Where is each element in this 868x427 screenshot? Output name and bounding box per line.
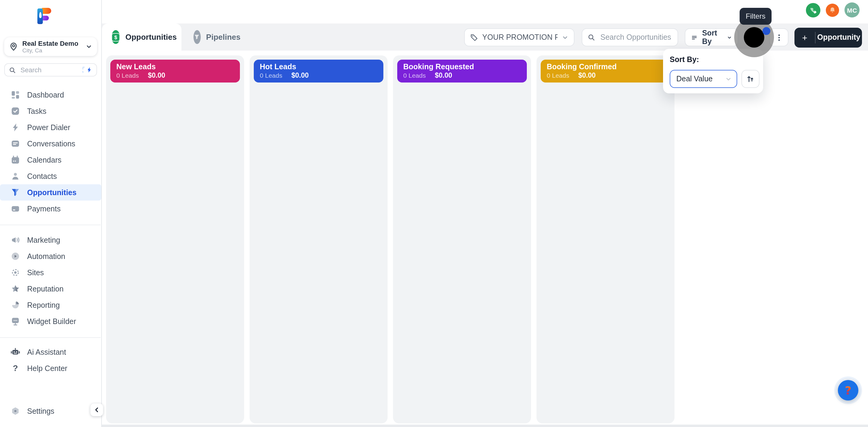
avatar-initials: MC <box>847 6 857 13</box>
sidebar-search[interactable] <box>4 63 97 76</box>
tab-label: Opportunities <box>125 33 177 41</box>
star-icon <box>11 284 20 293</box>
sidebar-item-label: Ai Assistant <box>27 348 66 356</box>
sidebar-item-calendars[interactable]: Calendars <box>0 152 101 168</box>
tab-pipelines[interactable]: Pipelines <box>184 24 250 51</box>
sidebar-item-label: Contacts <box>27 172 57 180</box>
sidebar-item-conversations[interactable]: Conversations <box>0 135 101 152</box>
column-leads-count: 0 Leads <box>403 72 426 79</box>
sidebar-item-help-center[interactable]: ? Help Center <box>0 360 101 376</box>
column-amount: $0.00 <box>435 72 453 79</box>
sidebar-item-payments[interactable]: Payments <box>0 201 101 217</box>
tag-icon <box>470 33 478 41</box>
sidebar-nav-tools: Marketing Automation Sites Reputation Re… <box>0 232 101 329</box>
sidebar-item-power-dialer[interactable]: Power Dialer <box>0 119 101 135</box>
kanban-column-booking-confirmed[interactable]: Booking Confirmed 0 Leads $0.00 <box>536 56 675 423</box>
chevron-left-icon <box>94 407 99 413</box>
sidebar-item-dashboard[interactable]: Dashboard <box>0 87 101 103</box>
sort-ascending-icon <box>746 75 755 83</box>
quick-actions-bolt-icon[interactable] <box>82 66 92 73</box>
kanban-column-new-leads[interactable]: New Leads 0 Leads $0.00 <box>106 56 244 423</box>
column-leads-count: 0 Leads <box>260 72 282 79</box>
sidebar-item-reporting[interactable]: Reporting <box>0 297 101 313</box>
horizontal-scrollbar[interactable] <box>101 425 868 427</box>
sidebar-item-opportunities[interactable]: Opportunities <box>0 184 101 201</box>
sidebar-item-label: Calendars <box>27 156 61 164</box>
sort-by-button[interactable]: Sort By <box>685 28 738 46</box>
person-icon <box>11 172 20 181</box>
widget-icon <box>11 317 20 326</box>
kanban-column-hot-leads[interactable]: Hot Leads 0 Leads $0.00 <box>250 56 388 423</box>
sidebar-item-label: Power Dialer <box>27 123 70 132</box>
sidebar-item-settings[interactable]: Settings <box>0 403 101 419</box>
sidebar-item-tasks[interactable]: Tasks <box>0 103 101 119</box>
sidebar: Real Estate Demo City, Ca Dashboard <box>0 0 102 427</box>
notifications-button[interactable] <box>826 4 839 17</box>
funnel-icon <box>11 188 20 197</box>
opportunity-search[interactable] <box>582 28 678 46</box>
location-sub: City, Ca <box>22 47 82 54</box>
sidebar-search-input[interactable] <box>19 66 79 74</box>
phone-button[interactable] <box>806 3 820 18</box>
opportunity-search-input[interactable] <box>599 33 672 42</box>
sort-lines-icon <box>691 33 697 41</box>
help-button[interactable]: ? <box>838 380 858 400</box>
help-question-icon: ? <box>845 384 851 397</box>
sidebar-divider <box>0 225 101 225</box>
sidebar-item-ai-assistant[interactable]: Ai Assistant <box>0 344 101 360</box>
sidebar-item-label: Settings <box>27 407 54 415</box>
chat-icon <box>11 139 20 148</box>
sidebar-item-label: Sites <box>27 268 44 277</box>
column-title: Booking Requested <box>403 63 521 72</box>
sidebar-item-reputation[interactable]: Reputation <box>0 281 101 297</box>
chevron-down-icon <box>562 34 568 41</box>
sidebar-collapse-button[interactable] <box>90 403 103 416</box>
add-opportunity-button[interactable]: + Opportunity <box>795 27 862 47</box>
column-header[interactable]: Hot Leads 0 Leads $0.00 <box>254 60 383 83</box>
funnel-icon <box>193 30 201 44</box>
location-name: Real Estate Demo <box>22 40 82 47</box>
sidebar-item-label: Reputation <box>27 285 64 293</box>
column-header[interactable]: Booking Requested 0 Leads $0.00 <box>397 60 527 83</box>
column-header[interactable]: New Leads 0 Leads $0.00 <box>110 60 240 83</box>
sort-direction-button[interactable] <box>741 70 760 88</box>
column-header[interactable]: Booking Confirmed 0 Leads $0.00 <box>541 60 670 83</box>
chevron-down-icon <box>725 75 732 82</box>
filters-tooltip-text: Filters <box>746 12 765 21</box>
play-circle-icon <box>11 252 20 261</box>
sidebar-item-marketing[interactable]: Marketing <box>0 232 101 248</box>
location-pin-icon <box>9 42 18 51</box>
rocket-icon <box>39 12 41 18</box>
sort-field-select[interactable]: Deal Value <box>670 70 737 88</box>
sidebar-nav-support: Ai Assistant ? Help Center <box>0 344 101 376</box>
sidebar-item-widget-builder[interactable]: Widget Builder <box>0 313 101 329</box>
sidebar-item-label: Widget Builder <box>27 317 76 326</box>
sidebar-item-label: Marketing <box>27 236 60 244</box>
chevron-down-icon <box>86 43 92 50</box>
tasks-icon <box>11 107 20 116</box>
user-avatar[interactable]: MC <box>844 2 860 18</box>
column-title: Booking Confirmed <box>547 63 664 72</box>
settings-icon <box>11 406 20 416</box>
location-switcher[interactable]: Real Estate Demo City, Ca <box>4 37 97 56</box>
column-amount: $0.00 <box>578 72 596 79</box>
sort-by-label: Sort By <box>702 29 722 46</box>
column-leads-count: 0 Leads <box>116 72 139 79</box>
pipeline-select[interactable]: YOUR PROMOTION Pipeli... <box>464 28 575 46</box>
chevron-down-icon <box>727 34 732 41</box>
plus-icon: + <box>795 32 815 42</box>
dollar-icon: $ <box>112 30 120 44</box>
tab-opportunities[interactable]: $ Opportunities <box>102 24 181 51</box>
sidebar-nav-main: Dashboard Tasks Power Dialer Conversatio… <box>0 87 101 217</box>
app-logo[interactable] <box>37 8 51 24</box>
column-amount: $0.00 <box>148 72 165 79</box>
sidebar-item-sites[interactable]: Sites <box>0 264 101 281</box>
filter-notification-badge <box>763 27 770 35</box>
sidebar-item-contacts[interactable]: Contacts <box>0 168 101 184</box>
sidebar-item-automation[interactable]: Automation <box>0 248 101 264</box>
robot-icon <box>11 348 20 357</box>
bell-icon <box>829 7 836 14</box>
kanban-column-booking-requested[interactable]: Booking Requested 0 Leads $0.00 <box>393 56 531 423</box>
sidebar-item-label: Payments <box>27 204 61 213</box>
sidebar-item-label: Opportunities <box>27 188 76 197</box>
